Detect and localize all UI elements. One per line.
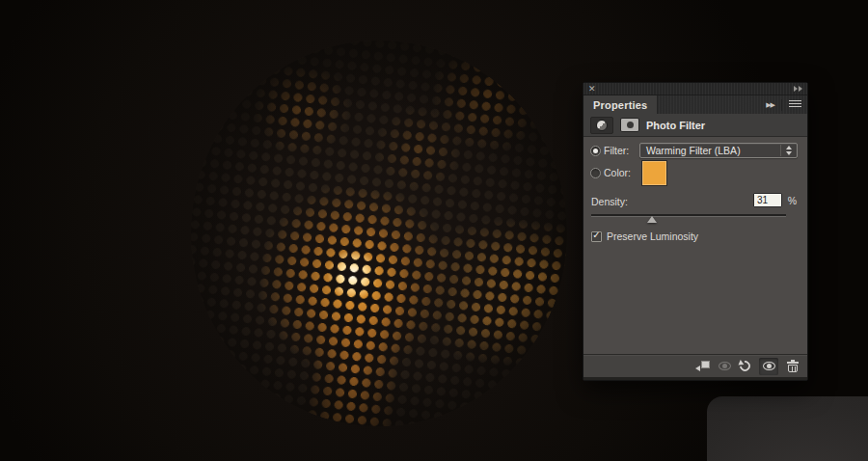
divider	[781, 99, 782, 111]
color-swatch[interactable]	[641, 160, 667, 186]
tab-properties[interactable]: Properties	[583, 95, 658, 114]
view-previous-state-button[interactable]	[719, 362, 731, 370]
checkmark-icon: ✓	[592, 230, 600, 240]
density-label: Density:	[591, 196, 628, 207]
previous-state-eye-icon	[719, 362, 731, 370]
color-radio[interactable]	[590, 168, 601, 178]
reset-icon	[740, 361, 750, 371]
dock-collapse-icon[interactable]	[794, 86, 802, 92]
trash-icon	[787, 360, 799, 372]
color-label: Color:	[604, 167, 637, 178]
photo-filter-icon[interactable]	[590, 117, 613, 134]
collapse-panel-icon[interactable]: ▶▶	[766, 101, 774, 109]
density-slider-track[interactable]	[591, 214, 786, 216]
panel-footer-toolbar	[583, 354, 807, 377]
filter-dropdown-value: Warming Filter (LBA)	[640, 145, 776, 156]
photoshop-canvas: ✕ Properties ▶▶ Photo Filter Filter:	[0, 0, 868, 461]
reset-button[interactable]	[740, 361, 750, 371]
density-input[interactable]	[753, 193, 782, 207]
corner-overlay	[707, 396, 868, 461]
panel-bottom-edge	[583, 377, 807, 380]
filter-radio[interactable]	[590, 146, 601, 156]
preserve-luminosity-checkbox[interactable]: ✓	[591, 231, 602, 242]
panel-menu-icon[interactable]	[789, 100, 801, 109]
density-unit: %	[788, 195, 797, 206]
density-slider-thumb[interactable]	[647, 216, 657, 223]
dropdown-arrows-icon	[780, 145, 797, 156]
properties-panel: ✕ Properties ▶▶ Photo Filter Filter:	[583, 82, 808, 381]
adjustment-title: Photo Filter	[646, 120, 705, 131]
speaker-grille-image	[191, 41, 567, 426]
grille-dot-pattern	[191, 41, 567, 426]
toggle-visibility-button[interactable]	[759, 358, 778, 375]
visibility-eye-icon	[763, 362, 775, 370]
clip-to-layer-icon	[695, 361, 710, 371]
layer-mask-icon[interactable]	[620, 118, 639, 132]
adjustment-header: Photo Filter	[583, 114, 807, 137]
close-icon[interactable]: ✕	[588, 85, 596, 94]
preserve-luminosity-label: Preserve Luminosity	[607, 230, 698, 242]
density-slider[interactable]	[591, 214, 786, 224]
filter-dropdown[interactable]: Warming Filter (LBA)	[639, 143, 798, 158]
clip-to-layer-button[interactable]	[695, 361, 710, 371]
delete-adjustment-button[interactable]	[787, 360, 799, 372]
panel-body: Filter: Warming Filter (LBA) Color: Dens…	[583, 137, 807, 354]
panel-tabbar: Properties ▶▶	[583, 95, 807, 114]
filter-label: Filter:	[604, 145, 637, 156]
tab-label: Properties	[593, 99, 647, 111]
panel-titlebar[interactable]: ✕	[583, 83, 807, 95]
